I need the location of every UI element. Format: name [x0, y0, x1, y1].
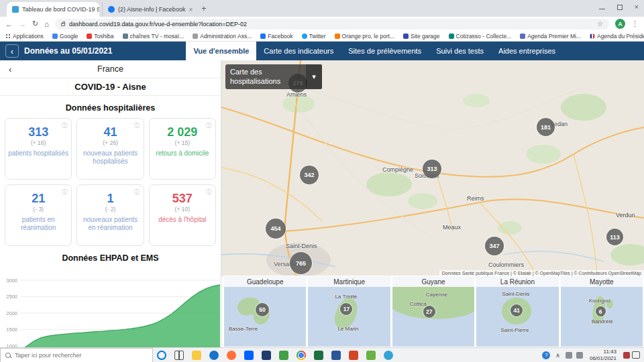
bookmark-google[interactable]: Google: [52, 33, 78, 40]
back-icon[interactable]: ←: [5, 20, 13, 28]
facebook-favicon: [260, 34, 266, 39]
date-back-button[interactable]: ‹: [5, 44, 19, 58]
dashboard-nav: Vue d'ensemble Carte des indicateurs Sit…: [186, 42, 563, 60]
info-icon[interactable]: ⓘ: [62, 188, 67, 196]
map[interactable]: Carte des hospitalisations ▾ Amiens Comp…: [221, 60, 644, 276]
stat-card-reanimation: ⓘ 21 (- 3) patients en réanimation: [5, 184, 72, 246]
sheets-app-icon[interactable]: [366, 351, 376, 360]
new-tab-button[interactable]: +: [201, 3, 207, 13]
bookmark-site-garage[interactable]: Site garage: [403, 33, 439, 40]
forward-icon[interactable]: →: [19, 20, 26, 28]
overseas-insets: Guadeloupe 50 Basse-Terre Martinique La …: [224, 276, 643, 347]
bookmark-orange-pro[interactable]: Orange pro, le port...: [335, 33, 394, 40]
info-icon[interactable]: ⓘ: [134, 188, 140, 196]
map-layer-dropdown[interactable]: Carte des hospitalisations ▾: [225, 64, 322, 89]
mail-icon[interactable]: [262, 351, 271, 360]
taskbar-clock[interactable]: 11:43 06/01/2021: [590, 349, 616, 361]
bookmark-administration[interactable]: Administration Ass...: [193, 33, 252, 40]
chrome-icon[interactable]: [297, 351, 306, 360]
help-icon[interactable]: ?: [542, 351, 550, 359]
file-explorer-icon[interactable]: [192, 351, 201, 360]
lock-icon: [61, 23, 65, 26]
bookmark-cotizasso[interactable]: Cotizasso - Collecte...: [449, 33, 512, 40]
map-bubble[interactable]: 347: [485, 237, 504, 255]
info-icon[interactable]: ⓘ: [62, 122, 67, 129]
info-icon[interactable]: ⓘ: [134, 122, 140, 129]
network-icon[interactable]: [566, 352, 572, 359]
inset-panel-la-reunion[interactable]: La Réunion Saint-Denis 41 Saint-Pierre: [476, 276, 558, 347]
action-center-icon[interactable]: [632, 351, 640, 359]
map-bubble[interactable]: 313: [423, 160, 441, 178]
page-title: COVID-19 - Aisne: [0, 78, 221, 96]
browser-tab-active[interactable]: Tableau de bord COVID-19 Suiv: [7, 2, 99, 17]
minimize-icon[interactable]: [599, 9, 605, 9]
inset-title: Martinique: [308, 276, 390, 287]
map-layer-label: Carte des hospitalisations: [225, 64, 306, 89]
close-tab-icon[interactable]: ×: [189, 6, 193, 13]
inset-title: La Réunion: [476, 276, 558, 287]
breadcrumb-france[interactable]: ‹ France: [0, 60, 221, 78]
tray-chevron-up-icon[interactable]: ∧: [555, 352, 560, 359]
browser-menu-icon[interactable]: ⋮: [631, 19, 639, 28]
ehpad-area-chart[interactable]: 30002500200015001000: [0, 276, 221, 347]
excel-icon[interactable]: [314, 351, 323, 360]
map-bubble[interactable]: 765: [290, 252, 312, 274]
info-icon[interactable]: ⓘ: [206, 122, 211, 129]
tab-aides-entreprises[interactable]: Aides entreprises: [491, 42, 563, 60]
info-icon[interactable]: ⓘ: [206, 188, 211, 196]
close-window-icon[interactable]: ×: [635, 3, 639, 11]
internet-explorer-icon[interactable]: [209, 351, 219, 360]
profile-avatar[interactable]: A: [615, 19, 625, 29]
bookmark-twitter[interactable]: Twitter: [302, 33, 326, 40]
place-label: Cottica: [410, 301, 427, 307]
taskbar-search[interactable]: [0, 348, 153, 362]
cortana-icon[interactable]: [157, 351, 166, 360]
firefox-icon[interactable]: [227, 351, 236, 360]
task-view-icon[interactable]: [174, 351, 184, 360]
search-input[interactable]: [15, 352, 148, 359]
reload-icon[interactable]: ↻: [32, 19, 38, 28]
stat-card-deces: ⓘ 537 (+ 10) décès à l'hôpital: [149, 184, 216, 246]
bookmark-agenda-president[interactable]: Agenda du Préside...: [590, 33, 644, 40]
bookmark-facebook[interactable]: Facebook: [260, 33, 292, 40]
tab-sites-prelevements[interactable]: Sites de prélèvements: [341, 42, 429, 60]
volume-icon[interactable]: [576, 352, 583, 359]
bookmark-chaines-tv[interactable]: chaînes TV - mosaï...: [123, 33, 184, 40]
inset-bubble[interactable]: 6: [596, 306, 606, 316]
tab-suivi-tests[interactable]: Suivi des tests: [429, 42, 491, 60]
tab-vue-densemble[interactable]: Vue d'ensemble: [186, 42, 256, 60]
inset-bubble[interactable]: 50: [256, 303, 269, 316]
address-bar[interactable]: dashboard.covid19.data.gouv.fr/vue-d-ens…: [55, 19, 609, 29]
dropbox-icon[interactable]: [244, 351, 254, 360]
covid-dashboard-favicon: [12, 6, 19, 13]
windows-taskbar: ? ∧ 11:43 06/01/2021: [0, 347, 644, 362]
map-bubble[interactable]: 181: [537, 118, 555, 136]
word-icon[interactable]: [331, 351, 341, 360]
tray-app-icon[interactable]: [623, 352, 630, 359]
map-bubble[interactable]: 113: [606, 229, 623, 245]
map-bubble[interactable]: 454: [266, 219, 286, 239]
powerpoint-icon[interactable]: [349, 351, 358, 360]
home-icon[interactable]: ⌂: [44, 20, 49, 28]
browser-tab-facebook[interactable]: (2) Aisne-Info | Facebook ×: [102, 2, 197, 17]
bookmark-star-icon[interactable]: ☆: [597, 20, 603, 27]
bookmark-agenda-pm[interactable]: Agenda Premier Mi...: [520, 33, 581, 40]
place-label: Saint-Pierre: [500, 327, 529, 333]
tab-carte-indicateurs[interactable]: Carte des indicateurs: [256, 42, 341, 60]
inset-panel-guadeloupe[interactable]: Guadeloupe 50 Basse-Terre: [224, 276, 306, 347]
chevron-left-icon[interactable]: ‹: [9, 64, 11, 74]
map-attribution[interactable]: Données Santé publique France | © Etalab…: [439, 270, 644, 276]
garage-favicon: [403, 34, 409, 39]
inset-panel-mayotte[interactable]: Mayotte Koungou 6 Bandrélé: [561, 276, 643, 347]
map-bubble[interactable]: 342: [300, 166, 319, 184]
inset-panel-martinique[interactable]: Martinique La Trinité 17 Le Marin: [308, 276, 390, 347]
edge-icon[interactable]: [384, 351, 393, 360]
bookmark-apps[interactable]: Applications: [5, 33, 44, 40]
spreadsheet-app-icon[interactable]: [279, 351, 288, 360]
city-label: Compiègne: [382, 166, 413, 173]
inset-panel-guyane[interactable]: Guyane Cayenne Cottica 27: [392, 276, 474, 347]
maximize-icon[interactable]: [617, 5, 623, 10]
bookmark-toshiba[interactable]: Toshiba: [87, 33, 113, 40]
stat-cards: ⓘ 313 (+ 16) patients hospitalisés ⓘ 41 …: [0, 118, 221, 246]
inset-bubble[interactable]: 27: [423, 306, 435, 318]
